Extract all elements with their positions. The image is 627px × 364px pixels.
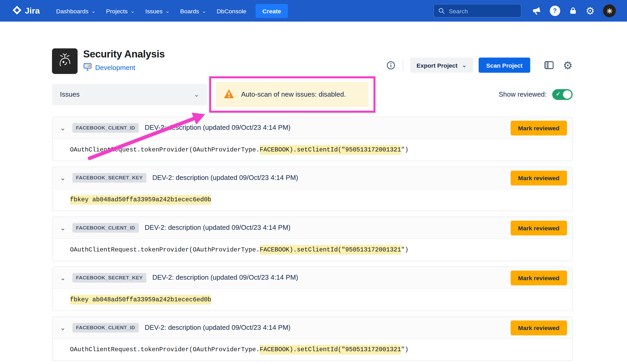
top-navbar: Jira Dashboards ⌄ Projects ⌄ Issues ⌄ Bo… bbox=[0, 0, 627, 22]
gear-icon[interactable]: ⚙ bbox=[586, 6, 595, 16]
issue-card: ⌄ FACEBOOK_CLIENT_ID DEV-2: description … bbox=[52, 316, 573, 361]
help-icon[interactable]: ? bbox=[550, 5, 560, 16]
issue-card: ⌄ FACEBOOK_CLIENT_ID DEV-2: description … bbox=[52, 117, 573, 161]
issue-card-header[interactable]: ⌄ FACEBOOK_CLIENT_ID DEV-2: description … bbox=[53, 117, 572, 139]
chevron-down-icon[interactable]: ⌄ bbox=[60, 324, 66, 332]
user-avatar[interactable] bbox=[603, 4, 616, 17]
project-avatar bbox=[52, 48, 78, 74]
project-header: Security Analysis Development Export Pro… bbox=[52, 48, 573, 74]
nav-item-label: Boards bbox=[180, 7, 199, 14]
issue-type-badge: FACEBOOK_CLIENT_ID bbox=[72, 223, 139, 233]
lock-icon[interactable] bbox=[568, 6, 577, 15]
nav-item-label: DbConsole bbox=[217, 7, 247, 14]
announcements-icon[interactable] bbox=[531, 6, 541, 16]
code-segment-highlighted: FACEBOOK).setClientId("950513172001321 bbox=[260, 145, 401, 155]
annotation-highlight-box: Auto-scan of new issues: disabled. bbox=[209, 76, 376, 113]
info-icon[interactable] bbox=[386, 61, 395, 70]
chevron-down-icon: ⌄ bbox=[131, 8, 135, 13]
search-box bbox=[433, 4, 521, 17]
page-title: Security Analysis bbox=[83, 48, 165, 60]
code-line: OAuthClientRequest.tokenProvider(OAuthPr… bbox=[70, 345, 409, 355]
issue-card: ⌄ FACEBOOK_SECRET_KEY DEV-2: description… bbox=[52, 167, 573, 211]
chevron-down-icon: ⌄ bbox=[202, 8, 206, 13]
search-input[interactable] bbox=[433, 4, 521, 17]
issue-title: DEV-2: description (updated 09/Oct/23 4:… bbox=[145, 124, 291, 132]
chevron-down-icon: ⌄ bbox=[462, 62, 467, 68]
issue-type-badge: FACEBOOK_CLIENT_ID bbox=[72, 123, 139, 133]
chevron-down-icon[interactable]: ⌄ bbox=[60, 274, 66, 282]
export-project-label: Export Project bbox=[416, 62, 457, 68]
details-panel-icon[interactable] bbox=[544, 60, 554, 71]
issue-card-header[interactable]: ⌄ FACEBOOK_CLIENT_ID DEV-2: description … bbox=[53, 317, 572, 339]
toggle-knob bbox=[563, 90, 571, 99]
code-line: OAuthClientRequest.tokenProvider(OAuthPr… bbox=[70, 245, 409, 255]
issue-card: ⌄ FACEBOOK_SECRET_KEY DEV-2: description… bbox=[52, 267, 573, 311]
chevron-down-icon[interactable]: ⌄ bbox=[60, 224, 66, 232]
code-segment: OAuthClientRequest.tokenProvider(OAuthPr… bbox=[70, 246, 260, 254]
issues-filter-dropdown[interactable]: Issues ⌄ bbox=[52, 84, 207, 105]
issues-list: ⌄ FACEBOOK_CLIENT_ID DEV-2: description … bbox=[52, 117, 573, 364]
warning-banner: Auto-scan of new issues: disabled. bbox=[216, 82, 369, 107]
issues-filter-value: Issues bbox=[60, 91, 80, 99]
show-reviewed-toggle[interactable]: ✓ bbox=[552, 89, 573, 100]
mark-reviewed-button[interactable]: Mark reviewed bbox=[510, 171, 567, 185]
chevron-down-icon: ⌄ bbox=[165, 8, 170, 13]
scan-project-button[interactable]: Scan Project bbox=[479, 57, 530, 73]
issue-type-badge: FACEBOOK_CLIENT_ID bbox=[72, 323, 139, 333]
navbar-right: ? ⚙ bbox=[433, 4, 616, 17]
issue-code-body: OAuthClientRequest.tokenProvider(OAuthPr… bbox=[53, 339, 572, 361]
development-project-icon bbox=[83, 63, 92, 73]
nav-item-boards[interactable]: Boards ⌄ bbox=[175, 4, 212, 18]
issue-code-body: fbkey ab048ad50ffa33959a242b1ecec6ed0b bbox=[53, 289, 572, 311]
issue-title: DEV-2: description (updated 09/Oct/23 4:… bbox=[145, 324, 291, 332]
jira-logo-icon bbox=[12, 5, 22, 16]
issue-type-badge: FACEBOOK_SECRET_KEY bbox=[72, 273, 146, 283]
mark-reviewed-button[interactable]: Mark reviewed bbox=[510, 270, 567, 285]
mark-reviewed-button[interactable]: Mark reviewed bbox=[510, 320, 567, 335]
issue-card-header[interactable]: ⌄ FACEBOOK_SECRET_KEY DEV-2: description… bbox=[53, 167, 572, 189]
search-icon bbox=[438, 7, 445, 16]
code-segment: OAuthClientRequest.tokenProvider(OAuthPr… bbox=[70, 146, 260, 154]
check-icon: ✓ bbox=[556, 91, 561, 97]
jira-logo[interactable]: Jira bbox=[12, 5, 40, 16]
issue-title: DEV-2: description (updated 09/Oct/23 4:… bbox=[152, 274, 298, 282]
code-segment-highlighted: FACEBOOK).setClientId("950513172001321 bbox=[260, 245, 401, 255]
settings-gear-icon[interactable]: ⚙ bbox=[563, 60, 573, 71]
issue-code-body: fbkey ab048ad50ffa33959a242b1ecec6ed0b bbox=[53, 189, 572, 211]
app-window: Jira Dashboards ⌄ Projects ⌄ Issues ⌄ Bo… bbox=[0, 0, 627, 364]
code-segment-highlighted: fbkey ab048ad50ffa33959a242b1ecec6ed0b bbox=[70, 195, 211, 205]
code-line: fbkey ab048ad50ffa33959a242b1ecec6ed0b bbox=[70, 195, 211, 205]
project-link[interactable]: Development bbox=[95, 64, 135, 72]
mark-reviewed-button[interactable]: Mark reviewed bbox=[510, 220, 567, 235]
chevron-down-icon[interactable]: ⌄ bbox=[60, 124, 66, 132]
issue-title: DEV-2: description (updated 09/Oct/23 4:… bbox=[152, 174, 298, 182]
issue-card: ⌄ FACEBOOK_CLIENT_ID DEV-2: description … bbox=[52, 217, 573, 261]
code-segment: OAuthClientRequest.tokenProvider(OAuthPr… bbox=[70, 346, 260, 353]
chevron-down-icon: ⌄ bbox=[91, 8, 96, 13]
mark-reviewed-button[interactable]: Mark reviewed bbox=[510, 120, 567, 135]
issue-card-header[interactable]: ⌄ FACEBOOK_SECRET_KEY DEV-2: description… bbox=[53, 267, 572, 289]
nav-item-label: Issues bbox=[145, 7, 162, 14]
issue-card-header[interactable]: ⌄ FACEBOOK_CLIENT_ID DEV-2: description … bbox=[53, 217, 572, 239]
export-project-button[interactable]: Export Project ⌄ bbox=[410, 57, 473, 73]
nav-item-dashboards[interactable]: Dashboards ⌄ bbox=[51, 4, 101, 18]
code-segment: ") bbox=[401, 346, 408, 353]
show-reviewed-label: Show reviewed: bbox=[499, 91, 547, 99]
show-reviewed-control: Show reviewed: ✓ bbox=[499, 89, 573, 100]
nav-item-label: Dashboards bbox=[56, 7, 89, 14]
code-segment: ") bbox=[401, 246, 408, 254]
warning-message: Auto-scan of new issues: disabled. bbox=[241, 91, 346, 99]
nav-item-label: Projects bbox=[106, 7, 128, 14]
warning-icon bbox=[224, 89, 234, 100]
code-line: OAuthClientRequest.tokenProvider(OAuthPr… bbox=[70, 145, 409, 155]
nav-item-dbconsole[interactable]: DbConsole bbox=[212, 4, 252, 18]
title-block: Security Analysis Development bbox=[83, 48, 165, 73]
nav-item-projects[interactable]: Projects ⌄ bbox=[101, 4, 140, 18]
project-link-row[interactable]: Development bbox=[83, 63, 165, 73]
create-button[interactable]: Create bbox=[256, 4, 288, 18]
issue-code-body: OAuthClientRequest.tokenProvider(OAuthPr… bbox=[53, 239, 572, 261]
main-nav: Dashboards ⌄ Projects ⌄ Issues ⌄ Boards … bbox=[51, 4, 288, 18]
chevron-down-icon[interactable]: ⌄ bbox=[60, 174, 66, 182]
jira-logo-text: Jira bbox=[25, 6, 40, 16]
nav-item-issues[interactable]: Issues ⌄ bbox=[140, 4, 175, 18]
